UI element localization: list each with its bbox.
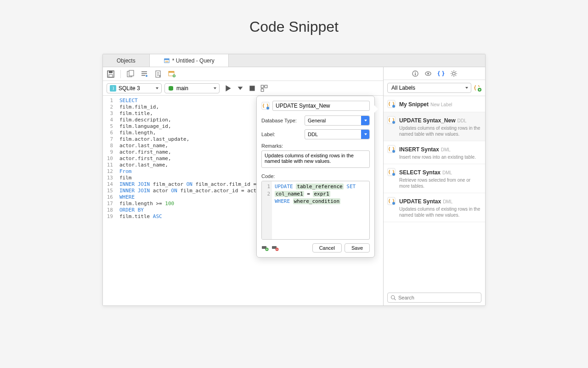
- snippet-item[interactable]: UPDATE Syntax_NewDDLUpdates columns of e…: [384, 112, 485, 141]
- svg-point-34: [392, 202, 395, 205]
- tab-label: * Untitled - Query: [172, 58, 215, 64]
- svg-point-37: [266, 107, 269, 109]
- remove-placeholder-icon[interactable]: [271, 245, 279, 251]
- svg-point-32: [392, 173, 395, 176]
- svg-rect-6: [129, 70, 134, 76]
- database-icon: [168, 85, 174, 92]
- search-input[interactable]: [398, 295, 478, 300]
- svg-point-22: [427, 73, 429, 75]
- search-box[interactable]: [387, 293, 481, 303]
- tab-query[interactable]: * Untitled - Query: [150, 54, 229, 67]
- sqlite-icon: [110, 85, 116, 92]
- line-gutter: 12345678910111213141516171819: [103, 96, 116, 305]
- save-button[interactable]: Save: [345, 243, 370, 253]
- snippet-tag: DML: [441, 147, 451, 152]
- snippet-desc: Insert new rows into an existing table.: [399, 154, 481, 160]
- snippet-item[interactable]: SELECT SyntaxDMLRetrieve rows selected f…: [384, 164, 485, 193]
- label-select[interactable]: DDL: [305, 129, 370, 139]
- db-type-value: General: [308, 118, 326, 123]
- beautify-icon[interactable]: [140, 70, 148, 78]
- code-label: Code:: [261, 173, 370, 179]
- toolbar: [103, 67, 383, 81]
- snippet-item[interactable]: UPDATE SyntaxDMLUpdates columns of exist…: [384, 193, 485, 222]
- svg-rect-17: [261, 89, 264, 92]
- snippet-name-input[interactable]: [272, 101, 370, 111]
- svg-point-30: [392, 150, 395, 153]
- svg-rect-12: [110, 85, 116, 92]
- svg-rect-20: [415, 73, 416, 75]
- labels-filter-row: All Labels: [384, 80, 485, 96]
- database-selector[interactable]: main: [164, 83, 220, 93]
- snippet-item[interactable]: My SnippetNew Label: [384, 96, 485, 112]
- snippet-editor-popover: Database Type: General Label: DDL Remark…: [256, 96, 375, 258]
- connection-name: SQLite 3: [119, 85, 140, 92]
- run-dropdown-icon[interactable]: [236, 84, 244, 92]
- snippet-code-editor[interactable]: 12 UPDATE table_reference SET col_name1 …: [261, 181, 370, 240]
- snippet-tag: New Label: [430, 102, 452, 107]
- db-type-select[interactable]: General: [305, 115, 370, 126]
- snippet-title: UPDATE Syntax: [399, 198, 441, 205]
- database-name: main: [176, 85, 188, 92]
- add-placeholder-icon[interactable]: [261, 245, 269, 251]
- stop-icon[interactable]: [248, 84, 256, 92]
- svg-point-35: [391, 296, 395, 299]
- label-label: Label:: [261, 132, 301, 137]
- snippet-list: My SnippetNew LabelUPDATE Syntax_NewDDLU…: [384, 96, 485, 290]
- snippet-desc: Retrieve rows selected from one or more …: [399, 177, 481, 189]
- snippet-tag: DML: [443, 199, 452, 204]
- snippet-desc: Updates columns of existing rows in the …: [399, 125, 481, 137]
- labels-filter-value: All Labels: [391, 85, 415, 91]
- label-value: DDL: [308, 132, 318, 137]
- snippet-title: UPDATE Syntax_New: [399, 117, 455, 124]
- remarks-label: Remarks:: [261, 143, 370, 149]
- add-snippet-icon[interactable]: [474, 84, 481, 92]
- snippet-icon: [387, 197, 396, 205]
- run-icon[interactable]: [224, 84, 232, 92]
- svg-point-26: [392, 105, 395, 108]
- snippet-icon: [387, 145, 396, 153]
- page-title: Code Snippet: [0, 0, 588, 54]
- snippet-icon: [387, 116, 396, 124]
- svg-rect-14: [249, 86, 254, 91]
- svg-point-19: [415, 72, 416, 73]
- snippet-tag: DML: [442, 170, 452, 175]
- gear-icon[interactable]: [450, 70, 458, 77]
- search-icon: [390, 295, 396, 300]
- snippet-icon: [387, 168, 396, 176]
- save-icon[interactable]: [107, 70, 115, 78]
- svg-rect-16: [265, 85, 267, 88]
- snippet-braces-icon[interactable]: [437, 70, 445, 77]
- svg-rect-15: [261, 85, 264, 88]
- svg-point-7: [146, 75, 147, 77]
- query-builder-icon[interactable]: [126, 70, 135, 78]
- svg-rect-3: [109, 71, 113, 73]
- app-window: Objects * Untitled - Query: [102, 54, 486, 306]
- snippet-sidebar: All Labels My SnippetNew LabelUPDATE Syn…: [383, 67, 485, 305]
- query-icon: [164, 58, 170, 64]
- svg-rect-10: [169, 71, 174, 73]
- snippet-tag: DDL: [457, 118, 466, 123]
- explain-icon[interactable]: [260, 84, 268, 92]
- snippet-item[interactable]: INSERT SyntaxDMLInsert new rows into an …: [384, 141, 485, 164]
- info-icon[interactable]: [412, 70, 419, 77]
- db-type-label: Database Type:: [261, 118, 301, 123]
- cancel-button[interactable]: Cancel: [312, 243, 342, 253]
- connection-bar: SQLite 3 main: [103, 81, 383, 96]
- snippet-code-lines: UPDATE table_reference SET col_name1 = e…: [272, 181, 369, 239]
- svg-point-23: [452, 72, 455, 75]
- export-icon[interactable]: [154, 70, 162, 78]
- snippet-desc: Updates columns of existing rows in the …: [399, 206, 481, 218]
- snippet-icon: [387, 100, 396, 108]
- eye-icon[interactable]: [424, 70, 432, 77]
- snippet-title: INSERT Syntax: [399, 146, 439, 153]
- snippet-gutter: 12: [262, 181, 272, 239]
- svg-rect-4: [109, 75, 113, 77]
- create-snippet-icon[interactable]: [168, 70, 176, 78]
- snippet-icon: [261, 102, 270, 110]
- tab-objects[interactable]: Objects: [103, 54, 150, 67]
- remarks-textarea[interactable]: [261, 150, 370, 168]
- labels-filter-select[interactable]: All Labels: [387, 83, 471, 93]
- window-tabs: Objects * Untitled - Query: [103, 54, 485, 67]
- svg-rect-1: [164, 58, 169, 60]
- connection-selector[interactable]: SQLite 3: [107, 83, 162, 93]
